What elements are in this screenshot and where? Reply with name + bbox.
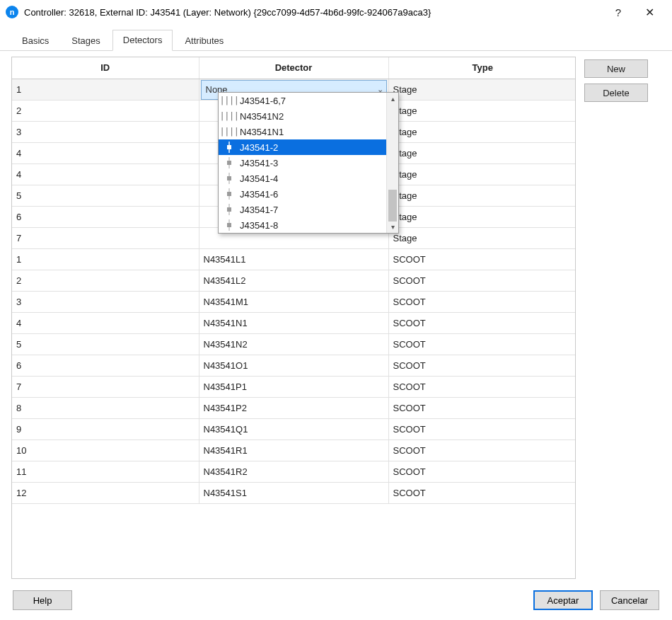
side-button-panel: New Delete bbox=[584, 57, 652, 579]
cell-type[interactable]: Stage bbox=[388, 185, 576, 206]
scroll-track[interactable] bbox=[387, 105, 398, 221]
cell-id[interactable]: 8 bbox=[12, 397, 199, 418]
dropdown-item[interactable]: ||||N43541N2 bbox=[219, 108, 386, 124]
cell-detector[interactable]: N43541L1 bbox=[199, 248, 388, 270]
table-row[interactable]: 5N43541N2SCOOT bbox=[12, 333, 576, 355]
cell-type[interactable]: Stage bbox=[388, 206, 576, 227]
detector-group-icon: |||| bbox=[223, 96, 236, 105]
col-header-type[interactable]: Type bbox=[388, 57, 576, 79]
cell-id[interactable]: 7 bbox=[12, 376, 199, 397]
cell-id[interactable]: 4 bbox=[12, 163, 199, 185]
cell-detector[interactable]: N43541N2 bbox=[199, 333, 388, 355]
dropdown-item[interactable]: J43541-8 bbox=[219, 217, 386, 233]
tab-basics[interactable]: Basics bbox=[11, 30, 59, 51]
detector-dropdown[interactable]: ||||J43541-6,7||||N43541N2||||N43541N1J4… bbox=[218, 92, 399, 234]
scroll-down-icon[interactable]: ▾ bbox=[387, 221, 398, 233]
cell-type[interactable]: SCOOT bbox=[388, 270, 576, 291]
cell-id[interactable]: 10 bbox=[12, 440, 199, 461]
scroll-thumb[interactable] bbox=[388, 190, 397, 222]
table-row[interactable]: 11N43541R2SCOOT bbox=[12, 461, 576, 482]
tab-stages[interactable]: Stages bbox=[61, 30, 110, 51]
cell-type[interactable]: Stage bbox=[388, 100, 576, 121]
cell-detector[interactable]: N43541R2 bbox=[199, 461, 388, 482]
scroll-up-icon[interactable]: ▴ bbox=[387, 93, 398, 105]
cell-type[interactable]: SCOOT bbox=[388, 482, 576, 503]
cell-detector[interactable]: N43541R1 bbox=[199, 440, 388, 461]
table-row[interactable]: 6N43541O1SCOOT bbox=[12, 355, 576, 376]
table-row[interactable]: 1N43541L1SCOOT bbox=[12, 248, 576, 270]
cell-type[interactable]: SCOOT bbox=[388, 418, 576, 440]
cell-type[interactable]: SCOOT bbox=[388, 376, 576, 397]
cell-id[interactable]: 3 bbox=[12, 291, 199, 312]
cell-detector[interactable]: N43541M1 bbox=[199, 291, 388, 312]
dropdown-item[interactable]: J43541-3 bbox=[219, 155, 386, 171]
cell-type[interactable]: Stage bbox=[388, 79, 576, 100]
cell-type[interactable]: SCOOT bbox=[388, 355, 576, 376]
cell-id[interactable]: 7 bbox=[12, 227, 199, 248]
table-row[interactable]: 12N43541S1SCOOT bbox=[12, 482, 576, 503]
cell-type[interactable]: SCOOT bbox=[388, 248, 576, 270]
new-button[interactable]: New bbox=[584, 59, 648, 78]
cell-type[interactable]: Stage bbox=[388, 142, 576, 163]
help-button-titlebar[interactable]: ? bbox=[603, 0, 634, 24]
close-button[interactable]: ✕ bbox=[634, 0, 665, 24]
cell-id[interactable]: 1 bbox=[12, 79, 199, 100]
dropdown-item[interactable]: J43541-2 bbox=[219, 139, 386, 155]
cell-type[interactable]: SCOOT bbox=[388, 440, 576, 461]
table-row[interactable]: 9N43541Q1SCOOT bbox=[12, 418, 576, 440]
cell-type[interactable]: SCOOT bbox=[388, 333, 576, 355]
cell-id[interactable]: 12 bbox=[12, 482, 199, 503]
tab-detectors[interactable]: Detectors bbox=[112, 30, 173, 51]
cell-detector[interactable]: N43541L2 bbox=[199, 270, 388, 291]
cell-detector[interactable]: N43541P2 bbox=[199, 397, 388, 418]
cell-type[interactable]: Stage bbox=[388, 121, 576, 142]
delete-button[interactable]: Delete bbox=[584, 84, 648, 102]
cell-id[interactable]: 5 bbox=[12, 185, 199, 206]
tab-attributes[interactable]: Attributes bbox=[174, 30, 234, 51]
cancel-button[interactable]: Cancelar bbox=[600, 590, 659, 610]
col-header-id[interactable]: ID bbox=[12, 57, 199, 79]
table-row[interactable]: 3N43541M1SCOOT bbox=[12, 291, 576, 312]
dropdown-item[interactable]: J43541-4 bbox=[219, 171, 386, 186]
cell-id[interactable]: 1 bbox=[12, 248, 199, 270]
svg-rect-11 bbox=[227, 223, 231, 227]
help-button[interactable]: Help bbox=[13, 590, 72, 610]
cell-id[interactable]: 11 bbox=[12, 461, 199, 482]
dropdown-item[interactable]: J43541-7 bbox=[219, 202, 386, 217]
cell-id[interactable]: 3 bbox=[12, 121, 199, 142]
cell-detector[interactable]: N43541Q1 bbox=[199, 418, 388, 440]
titlebar: n Controller: 32618, External ID: J43541… bbox=[0, 0, 672, 24]
cell-id[interactable]: 4 bbox=[12, 142, 199, 163]
detector-node-icon bbox=[223, 142, 236, 153]
accept-button[interactable]: Aceptar bbox=[533, 590, 593, 610]
table-row[interactable]: 7N43541P1SCOOT bbox=[12, 376, 576, 397]
table-row[interactable]: 2N43541L2SCOOT bbox=[12, 270, 576, 291]
detector-node-icon bbox=[223, 188, 236, 200]
cell-type[interactable]: Stage bbox=[388, 227, 576, 248]
cell-type[interactable]: SCOOT bbox=[388, 291, 576, 312]
table-row[interactable]: 4N43541N1SCOOT bbox=[12, 312, 576, 333]
table-row[interactable]: 8N43541P2SCOOT bbox=[12, 397, 576, 418]
cell-detector[interactable]: N43541N1 bbox=[199, 312, 388, 333]
cell-type[interactable]: SCOOT bbox=[388, 312, 576, 333]
dropdown-item[interactable]: J43541-6 bbox=[219, 186, 386, 202]
cell-id[interactable]: 2 bbox=[12, 270, 199, 291]
cell-id[interactable]: 9 bbox=[12, 418, 199, 440]
cell-type[interactable]: SCOOT bbox=[388, 397, 576, 418]
cell-id[interactable]: 6 bbox=[12, 355, 199, 376]
cell-id[interactable]: 6 bbox=[12, 206, 199, 227]
tab-strip: Basics Stages Detectors Attributes bbox=[0, 25, 672, 51]
cell-detector[interactable]: N43541S1 bbox=[199, 482, 388, 503]
dropdown-item[interactable]: ||||N43541N1 bbox=[219, 124, 386, 139]
cell-id[interactable]: 5 bbox=[12, 333, 199, 355]
cell-id[interactable]: 2 bbox=[12, 100, 199, 121]
col-header-detector[interactable]: Detector bbox=[199, 57, 388, 79]
dropdown-scrollbar[interactable]: ▴ ▾ bbox=[386, 93, 398, 233]
dropdown-item[interactable]: ||||J43541-6,7 bbox=[219, 93, 386, 108]
cell-detector[interactable]: N43541O1 bbox=[199, 355, 388, 376]
cell-type[interactable]: SCOOT bbox=[388, 461, 576, 482]
cell-detector[interactable]: N43541P1 bbox=[199, 376, 388, 397]
cell-type[interactable]: Stage bbox=[388, 163, 576, 185]
cell-id[interactable]: 4 bbox=[12, 312, 199, 333]
table-row[interactable]: 10N43541R1SCOOT bbox=[12, 440, 576, 461]
